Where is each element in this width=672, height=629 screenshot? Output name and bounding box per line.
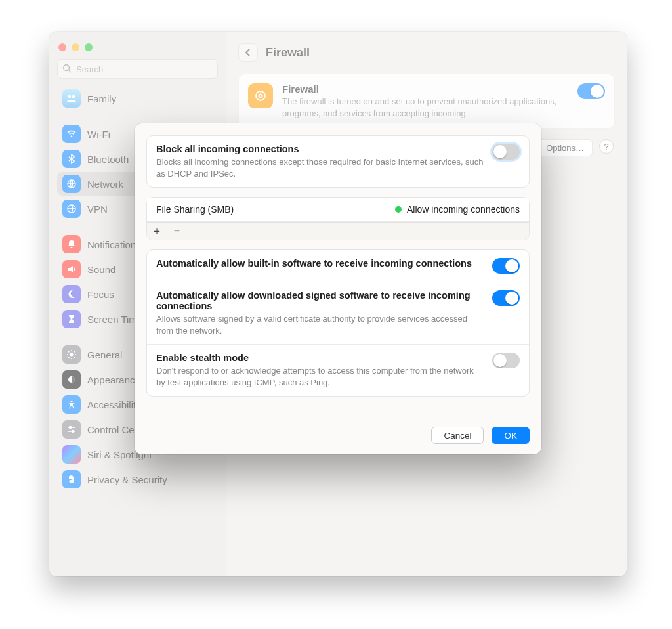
app-name: File Sharing (SMB) — [156, 204, 234, 215]
allowed-apps-table: File Sharing (SMB) Allow incoming connec… — [146, 197, 530, 240]
options-section: Automatically allow built-in software to… — [146, 249, 530, 397]
firewall-options-modal: Block all incoming connections Blocks al… — [135, 123, 541, 454]
add-app-button[interactable]: ＋ — [147, 223, 167, 240]
ok-button[interactable]: OK — [492, 427, 530, 444]
stealth-title: Enable stealth mode — [156, 353, 484, 363]
table-row[interactable]: File Sharing (SMB) Allow incoming connec… — [147, 198, 529, 222]
stealth-description: Don't respond to or acknowledge attempts… — [156, 365, 484, 388]
stealth-toggle[interactable] — [492, 353, 520, 368]
app-status: Allow incoming connections — [407, 204, 520, 215]
auto-signed-toggle[interactable] — [492, 290, 520, 306]
block-all-section: Block all incoming connections Blocks al… — [146, 135, 530, 188]
auto-builtin-toggle[interactable] — [492, 258, 520, 274]
remove-app-button[interactable]: − — [167, 223, 186, 240]
block-all-toggle[interactable] — [492, 144, 520, 160]
block-all-description: Blocks all incoming connections except t… — [156, 156, 484, 179]
auto-builtin-title: Automatically allow built-in software to… — [156, 258, 484, 269]
cancel-button[interactable]: Cancel — [431, 427, 484, 444]
auto-signed-title: Automatically allow downloaded signed so… — [156, 290, 484, 311]
block-all-title: Block all incoming connections — [156, 144, 484, 154]
auto-signed-description: Allows software signed by a valid certif… — [156, 313, 484, 336]
modal-actions: Cancel OK — [135, 420, 541, 444]
status-dot-icon — [395, 206, 402, 213]
table-footer: ＋ − — [147, 222, 529, 240]
